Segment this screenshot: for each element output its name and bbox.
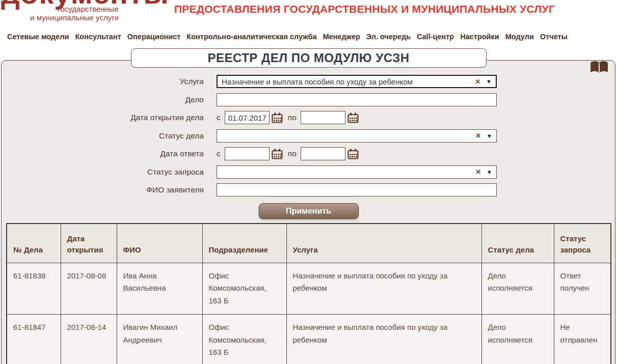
col-open-date: Дата открытия — [61, 223, 117, 263]
cell-request-status: Не отправлен — [554, 314, 611, 364]
open-date-label: Дата открытия дела — [0, 113, 204, 122]
cell-service: Назначение и выплата пособия по уходу за… — [286, 314, 481, 364]
form-row-open-date: Дата открытия дела с — [0, 111, 617, 124]
service-select-value: Назначение и выплата пособия по уходу за… — [222, 77, 475, 86]
request-status-label: Статус запроса — [0, 167, 204, 177]
cell-fio: Ива Анна Васильевна — [117, 263, 202, 314]
open-date-from-input[interactable] — [225, 111, 270, 124]
menu-item-operator[interactable]: Операционист — [127, 33, 181, 41]
menu-item-modules[interactable]: Модули — [505, 33, 534, 41]
col-case-status: Статус дела — [481, 223, 554, 263]
menu-item-call-center[interactable]: Call-центр — [417, 33, 454, 41]
calendar-icon[interactable] — [347, 149, 359, 159]
apply-button[interactable]: Применить — [259, 203, 359, 219]
cases-table-wrap: № Дела Дата открытия ФИО Подразделение У… — [6, 223, 610, 364]
cell-case-number: 61-81838 — [7, 263, 61, 314]
col-service: Услуга — [286, 223, 481, 263]
case-label: Дело — [0, 95, 204, 104]
open-date-to-input[interactable] — [301, 111, 345, 124]
form-row-applicant: ФИО заявителя — [0, 183, 617, 197]
cell-case-status: Дело исполняется — [481, 314, 554, 364]
filter-form: Услуга Назначение и выплата пособия по у… — [0, 75, 617, 219]
cell-fio: Ивагин Михаил Андреевич — [117, 314, 202, 364]
answer-date-from-label: с — [217, 149, 221, 158]
open-date-from-label: с — [217, 113, 221, 122]
cell-open-date: 2017-08-08 — [61, 263, 117, 314]
clear-icon[interactable]: ✕ — [475, 78, 480, 86]
calendar-icon[interactable] — [272, 113, 283, 123]
table-header-row: № Дела Дата открытия ФИО Подразделение У… — [7, 223, 611, 263]
menu-item-equeue[interactable]: Эл. очередь — [366, 33, 411, 41]
page: документы государственные и муниципальны… — [0, 0, 617, 364]
col-department: Подразделение — [202, 223, 286, 263]
logo-tagline-1: государственные — [0, 5, 119, 13]
clear-icon[interactable]: ✕ — [475, 132, 481, 139]
menu-item-network-models[interactable]: Сетевые модели — [7, 33, 69, 41]
service-label: Услуга — [0, 77, 204, 86]
menu-item-consultant[interactable]: Консультант — [75, 33, 121, 41]
form-row-case-status: Статус дела ✕ ▼ — [0, 129, 617, 143]
case-status-select[interactable]: ✕ ▼ — [217, 129, 497, 143]
applicant-input[interactable] — [217, 183, 497, 197]
col-case-number: № Дела — [7, 223, 61, 263]
form-row-answer-date: Дата ответа с — [0, 147, 617, 160]
col-fio: ФИО — [117, 223, 202, 263]
cell-department: Офис Комсомольская, 163 Б — [202, 263, 286, 314]
form-row-case: Дело — [0, 93, 617, 106]
menu-item-settings[interactable]: Настройки — [460, 33, 499, 41]
calendar-icon[interactable] — [272, 149, 283, 159]
answer-date-label: Дата ответа — [0, 149, 204, 158]
answer-date-to-input[interactable] — [301, 147, 345, 160]
form-row-request-status: Статус запроса ✕ ▼ — [0, 165, 617, 179]
book-icon[interactable] — [589, 61, 609, 74]
logo[interactable]: документы государственные и муниципальны… — [0, 0, 122, 25]
table-row[interactable]: 61-81838 2017-08-08 Ива Анна Васильевна … — [7, 263, 611, 314]
chevron-down-icon[interactable]: ▼ — [486, 78, 492, 85]
system-title: ПРЕДОСТАВЛЕНИЯ ГОСУДАРСТВЕННЫХ И МУНИЦИП… — [127, 3, 602, 15]
case-status-label: Статус дела — [0, 131, 204, 141]
cell-service: Назначение и выплата пособия по уходу за… — [286, 263, 481, 314]
menu-item-reports[interactable]: Отчеты — [540, 33, 568, 41]
menu-item-manager[interactable]: Менеджер — [323, 33, 360, 41]
answer-date-from-input[interactable] — [225, 147, 270, 160]
menu-item-control-service[interactable]: Контрольно-аналитическая служба — [186, 33, 316, 41]
cell-request-status: Ответ получен — [554, 263, 611, 314]
chevron-down-icon[interactable]: ▼ — [487, 133, 492, 139]
logo-tagline-2: и муниципальные услуги — [0, 13, 119, 22]
chevron-down-icon[interactable]: ▼ — [487, 169, 492, 175]
clear-icon[interactable]: ✕ — [475, 168, 481, 176]
cell-case-status: Дело исполняется — [481, 263, 554, 314]
col-request-status: Статус запроса — [554, 223, 611, 263]
service-select[interactable]: Назначение и выплата пособия по уходу за… — [217, 75, 497, 88]
calendar-icon[interactable] — [347, 113, 359, 123]
cell-department: Офис Комсомольская, 163 Б — [202, 314, 286, 364]
request-status-select[interactable]: ✕ ▼ — [217, 165, 497, 179]
form-row-service: Услуга Назначение и выплата пособия по у… — [0, 75, 617, 88]
table-row[interactable]: 61-81847 2017-08-14 Ивагин Михаил Андрее… — [7, 314, 611, 364]
open-date-to-label: по — [288, 113, 297, 122]
applicant-label: ФИО заявителя — [0, 185, 204, 194]
case-input[interactable] — [217, 93, 497, 106]
cell-case-number: 61-81847 — [7, 314, 61, 364]
page-title: РЕЕСТР ДЕЛ ПО МОДУЛЮ УСЗН — [131, 48, 487, 68]
main-menu: Сетевые модели Консультант Операционист … — [7, 33, 568, 41]
cell-open-date: 2017-08-14 — [61, 314, 117, 364]
cases-table: № Дела Дата открытия ФИО Подразделение У… — [6, 223, 611, 364]
answer-date-to-label: по — [288, 149, 297, 158]
